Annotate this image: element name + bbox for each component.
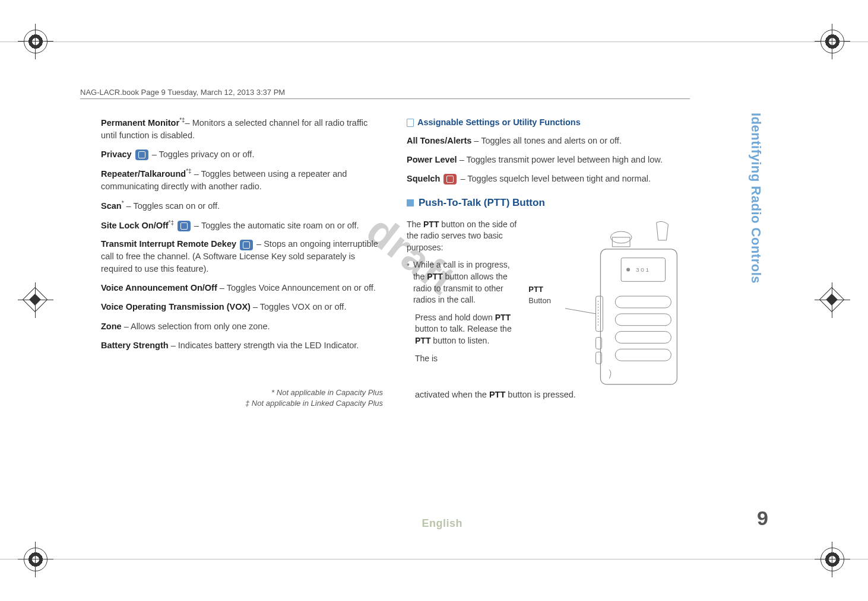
repeater-item: Repeater/Talkaround*‡ – Toggles between … <box>101 167 383 193</box>
svg-rect-12 <box>615 314 671 326</box>
voice-ann-item: Voice Announcement On/Off – Toggles Voic… <box>101 282 383 294</box>
header-rule <box>80 98 690 99</box>
press1: Press and hold down <box>415 313 495 322</box>
side-registration-mark-icon <box>18 282 53 318</box>
privacy-item: Privacy – Toggles privacy on or off. <box>101 148 383 161</box>
registration-mark-icon <box>18 542 53 577</box>
crop-line-bottom <box>0 559 868 559</box>
document-icon <box>407 119 414 127</box>
zone-item: Zone – Allows selection from only one zo… <box>101 320 383 333</box>
side-registration-mark-icon <box>815 282 850 318</box>
ptt-press-instructions: Press and hold down PTT button to talk. … <box>415 312 521 347</box>
ptt-heading-text: Push-To-Talk (PTT) Button <box>419 196 545 211</box>
sitelock-label: Site Lock On/Off <box>101 220 169 230</box>
right-column: Assignable Settings or Utility Functions… <box>407 116 689 409</box>
footnotes: * Not applicable in Capacity Plus ‡ Not … <box>101 387 383 410</box>
side-tab-title: Identifying Radio Controls <box>748 113 764 356</box>
svg-point-4 <box>626 268 630 271</box>
registration-mark-icon <box>815 542 850 577</box>
ptt-intro: The PTT button on the side of the radio … <box>407 219 521 254</box>
radio-diagram-icon: 3 0 1 <box>565 219 689 391</box>
footnote-linked-capacity-plus: ‡ Not applicable in Linked Capacity Plus <box>101 398 383 409</box>
scan-text: – Toggles scan on or off. <box>124 201 220 211</box>
sitelock-sup: *‡ <box>169 220 174 226</box>
tones-text: – Toggles all tones and alerts on or off… <box>471 136 622 145</box>
footer-language: English <box>422 517 462 530</box>
ptt-callout: PTT Button <box>528 219 558 307</box>
ptt-section-heading: Push-To-Talk (PTT) Button <box>407 196 689 211</box>
svg-line-15 <box>565 308 596 314</box>
ptt-callout-label: PTT <box>528 285 543 294</box>
bullet-dot-icon: • <box>407 259 410 311</box>
power-label: Power Level <box>407 155 457 164</box>
tir-item: Transmit Interrupt Remote Dekey – Stops … <box>101 238 383 275</box>
ptt-text-block: The PTT button on the side of the radio … <box>407 219 521 366</box>
press3: button to listen. <box>430 336 489 345</box>
registration-mark-icon <box>18 24 53 59</box>
press2: button to talk. Release the <box>415 324 512 333</box>
ptt-callout-sub: Button <box>528 296 551 305</box>
squelch-icon <box>443 174 457 185</box>
ptt-intro-bold: PTT <box>423 220 439 229</box>
crop-line-top <box>0 42 868 42</box>
activated2: button is pressed. <box>505 390 576 399</box>
repeater-sup: *‡ <box>186 168 191 174</box>
permanent-monitor-sup: *‡ <box>179 117 185 123</box>
page-number: 9 <box>757 507 768 530</box>
scan-label: Scan <box>101 201 122 211</box>
registration-mark-icon <box>815 24 850 59</box>
vox-label: Voice Operating Transmission (VOX) <box>101 302 251 311</box>
activated-bold: PTT <box>489 390 505 399</box>
header-path: NAG-LACR.book Page 9 Tuesday, March 12, … <box>80 88 285 97</box>
battery-item: Battery Strength – Indicates battery str… <box>101 339 383 352</box>
ptt-bullet-1: • While a call is in progress, the PTT b… <box>407 259 521 311</box>
sitelock-text: – Toggles the automatic site roam on or … <box>192 220 359 230</box>
power-text: – Toggles transmit power level between h… <box>457 155 663 164</box>
content-area: Permanent Monitor*‡– Monitors a selected… <box>101 116 689 409</box>
side-tab: Identifying Radio Controls 9 <box>748 113 766 445</box>
sitelock-icon <box>178 221 191 231</box>
sitelock-item: Site Lock On/Off*‡ – Toggles the automat… <box>101 219 383 232</box>
tones-item: All Tones/Alerts – Toggles all tones and… <box>407 135 689 147</box>
footnote-capacity-plus: * Not applicable in Capacity Plus <box>101 387 383 399</box>
press-bold2: PTT <box>415 336 430 345</box>
tir-icon <box>240 240 253 250</box>
battery-label: Battery Strength <box>101 341 169 350</box>
vox-item: Voice Operating Transmission (VOX) – Tog… <box>101 301 383 313</box>
ptt-the-is: The is <box>415 353 521 365</box>
activated1: activated when the <box>415 390 489 399</box>
permanent-monitor-item: Permanent Monitor*‡– Monitors a selected… <box>101 116 383 142</box>
assignable-settings-title: Assignable Settings or Utility Functions <box>417 116 581 129</box>
repeater-label: Repeater/Talkaround <box>101 169 186 179</box>
ptt-content-row: The PTT button on the side of the radio … <box>407 219 689 391</box>
svg-text:3 0 1: 3 0 1 <box>636 266 650 273</box>
vox-text: – Toggles VOX on or off. <box>251 302 346 311</box>
ptt-bullet-1-text: While a call is in progress, the PTT but… <box>413 259 521 306</box>
zone-text: – Allows selection from only one zone. <box>122 322 270 331</box>
voice-ann-label: Voice Announcement On/Off <box>101 283 217 292</box>
assignable-settings-heading: Assignable Settings or Utility Functions <box>407 116 689 129</box>
svg-rect-13 <box>615 331 671 343</box>
bullet1b: PTT <box>427 272 442 281</box>
zone-label: Zone <box>101 322 122 331</box>
section-square-icon <box>407 199 414 206</box>
svg-rect-6 <box>595 296 603 331</box>
press-bold1: PTT <box>495 313 511 322</box>
svg-rect-14 <box>615 349 671 361</box>
squelch-item: Squelch – Toggles squelch level between … <box>407 173 689 185</box>
scan-item: Scan* – Toggles scan on or off. <box>101 199 383 212</box>
squelch-text: – Toggles squelch level between tight an… <box>458 174 651 183</box>
voice-ann-text: – Toggles Voice Announcement on or off. <box>217 283 376 292</box>
privacy-text: – Toggles privacy on or off. <box>150 150 255 159</box>
squelch-label: Squelch <box>407 174 440 183</box>
privacy-label: Privacy <box>101 150 132 159</box>
tir-label: Transmit Interrupt Remote Dekey <box>101 239 236 249</box>
battery-text: – Indicates battery strength via the LED… <box>169 341 359 350</box>
ptt-intro-1: The <box>407 220 423 229</box>
tones-label: All Tones/Alerts <box>407 136 471 145</box>
privacy-icon <box>135 150 148 160</box>
permanent-monitor-label: Permanent Monitor <box>101 118 179 128</box>
power-item: Power Level – Toggles transmit power lev… <box>407 154 689 166</box>
left-column: Permanent Monitor*‡– Monitors a selected… <box>101 116 383 409</box>
svg-rect-11 <box>615 296 671 308</box>
